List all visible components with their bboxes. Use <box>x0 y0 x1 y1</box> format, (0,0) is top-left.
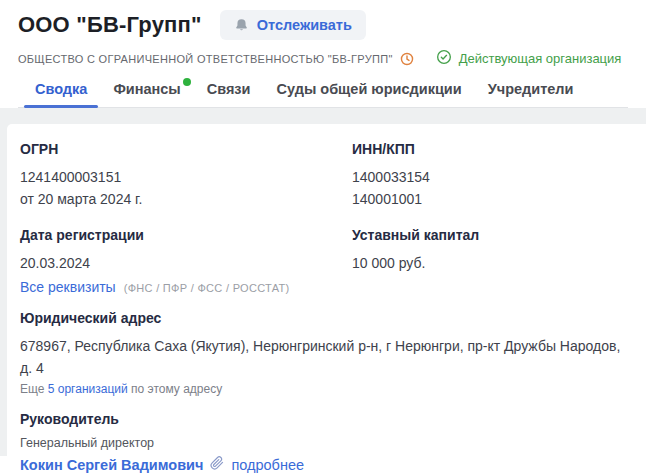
paperclip-icon <box>210 456 224 474</box>
address-more-prefix: Еще <box>20 382 48 396</box>
page-title: ООО "БВ-Групп" <box>18 12 202 38</box>
address-more-row: Еще 5 организаций по этому адресу <box>20 382 626 396</box>
legal-address-block: Юридический адрес 678967, Республика Сах… <box>20 310 626 396</box>
status-badge: Действующая организация <box>436 49 622 68</box>
company-header: ООО "БВ-Групп" Отслеживать ОБЩЕСТВО С ОГ… <box>0 0 646 108</box>
page-content: ОГРН 1241400003151 от 20 марта 2024 г. И… <box>0 108 646 456</box>
tab-label: Сводка <box>35 81 87 97</box>
requisites-sources-note: (ФНС / ПФР / ФСС / РОССТАТ) <box>124 282 290 294</box>
tab-svyazi[interactable]: Связи <box>196 81 262 107</box>
requisites-row: Все реквизиты (ФНС / ПФР / ФСС / РОССТАТ… <box>20 279 352 295</box>
ogrn-inn-row: ОГРН 1241400003151 от 20 марта 2024 г. И… <box>20 141 626 210</box>
ogrn-label: ОГРН <box>20 141 352 157</box>
tab-finansy[interactable]: Финансы <box>102 81 191 107</box>
address-more-suffix: по этому адресу <box>128 382 222 396</box>
track-button[interactable]: Отслеживать <box>220 10 366 40</box>
summary-card: ОГРН 1241400003151 от 20 марта 2024 г. И… <box>7 124 646 456</box>
reg-date-label: Дата регистрации <box>20 227 352 243</box>
capital-block: Уставный капитал 10 000 руб. <box>352 227 626 295</box>
head-details-link[interactable]: подробнее <box>231 457 304 473</box>
ogrn-date: от 20 марта 2024 г. <box>20 188 352 210</box>
head-position: Генеральный директор <box>20 436 626 450</box>
head-label: Руководитель <box>20 411 626 427</box>
capital-label: Уставный капитал <box>352 227 626 243</box>
inn-kpp-block: ИНН/КПП 1400033154 140001001 <box>352 141 626 210</box>
tab-label: Связи <box>207 81 251 97</box>
regdate-capital-row: Дата регистрации 20.03.2024 Все реквизит… <box>20 227 626 295</box>
address-label: Юридический адрес <box>20 310 626 326</box>
title-row: ООО "БВ-Групп" Отслеживать <box>18 10 628 40</box>
tab-label: Суды общей юрисдикции <box>277 81 462 97</box>
new-data-dot-icon <box>183 78 191 86</box>
tab-label: Финансы <box>113 81 180 97</box>
inn-kpp-label: ИНН/КПП <box>352 141 626 157</box>
tab-svodka[interactable]: Сводка <box>24 81 98 107</box>
all-requisites-link[interactable]: Все реквизиты <box>20 279 116 295</box>
track-button-label: Отслеживать <box>257 17 352 33</box>
capital-value: 10 000 руб. <box>352 252 626 274</box>
head-name-row: Кокин Сергей Вадимович подробнее <box>20 456 626 474</box>
tab-uchrediteli[interactable]: Учредители <box>477 81 585 107</box>
head-name-link[interactable]: Кокин Сергей Вадимович <box>20 457 203 473</box>
company-full-name: ОБЩЕСТВО С ОГРАНИЧЕННОЙ ОТВЕТСТВЕННОСТЬЮ… <box>18 53 393 65</box>
address-value: 678967, Республика Саха (Якутия), Нерюнг… <box>20 335 624 379</box>
tab-label: Учредители <box>488 81 574 97</box>
reg-date-value: 20.03.2024 <box>20 252 352 274</box>
ogrn-value: 1241400003151 <box>20 166 352 188</box>
ogrn-block: ОГРН 1241400003151 от 20 марта 2024 г. <box>20 141 352 210</box>
tab-bar: Сводка Финансы Связи Суды общей юрисдикц… <box>18 81 628 108</box>
kpp-value: 140001001 <box>352 188 626 210</box>
reg-date-block: Дата регистрации 20.03.2024 Все реквизит… <box>20 227 352 295</box>
history-clock-icon[interactable] <box>400 52 414 66</box>
tab-sudy[interactable]: Суды общей юрисдикции <box>266 81 473 107</box>
orgs-at-address-link[interactable]: 5 организаций <box>48 382 128 396</box>
inn-value: 1400033154 <box>352 166 626 188</box>
check-circle-icon <box>436 49 452 68</box>
status-badge-label: Действующая организация <box>459 51 622 66</box>
subtitle-row: ОБЩЕСТВО С ОГРАНИЧЕННОЙ ОТВЕТСТВЕННОСТЬЮ… <box>18 49 628 68</box>
bell-icon <box>234 18 249 33</box>
head-block: Руководитель Генеральный директор Кокин … <box>20 411 626 476</box>
